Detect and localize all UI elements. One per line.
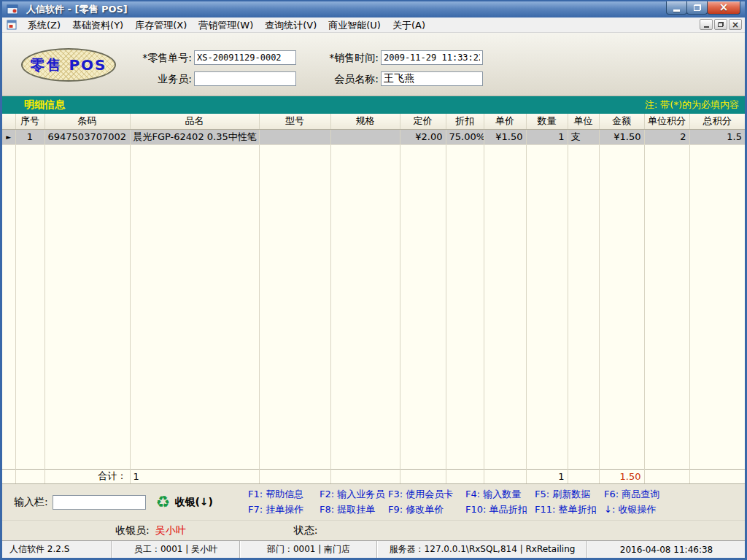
cashier-button[interactable]: 收银(↓) xyxy=(174,496,213,509)
col-unit-price[interactable]: 单价 xyxy=(484,114,526,129)
total-count: 1 xyxy=(130,469,259,483)
statusbar-employee: 员工：0001 | 吴小叶 xyxy=(112,541,240,558)
close-button[interactable]: × xyxy=(707,1,740,15)
fkey-f6[interactable]: F6: 商品查询 xyxy=(604,488,742,501)
menu-inventory[interactable]: 库存管理(X) xyxy=(129,18,193,33)
col-total-points[interactable]: 总积分 xyxy=(689,114,745,129)
col-selector[interactable] xyxy=(2,114,15,129)
col-qty[interactable]: 数量 xyxy=(526,114,568,129)
menu-bar: 系统(Z) 基础资料(Y) 库存管理(X) 营销管理(W) 查询统计(V) 商业… xyxy=(2,18,745,33)
grid-empty-area[interactable] xyxy=(2,144,745,469)
cell-unit[interactable]: 支 xyxy=(568,129,599,144)
app-window: 人信软件 - [零售 POS] × 系统(Z) 基础资料(Y) 库存管理(X) … xyxy=(0,0,747,560)
fkey-f9[interactable]: F9: 修改单价 xyxy=(388,503,465,516)
cell-discount[interactable]: 75.00% xyxy=(446,129,484,144)
menu-about[interactable]: 关于(A) xyxy=(387,18,431,33)
col-unit-points[interactable]: 单位积分 xyxy=(644,114,689,129)
titlebar[interactable]: 人信软件 - [零售 POS] × xyxy=(2,1,745,18)
state-label: 状态: xyxy=(294,524,318,537)
cell-total-points[interactable]: 1.5 xyxy=(689,129,745,144)
cell-qty[interactable]: 1 xyxy=(526,129,568,144)
function-key-hints: F1: 帮助信息 F2: 输入业务员 F3: 使用会员卡 F4: 输入数量 F5… xyxy=(248,486,742,518)
minimize-button[interactable] xyxy=(666,1,687,15)
cell-seq[interactable]: 1 xyxy=(15,129,44,144)
menu-query-stats[interactable]: 查询统计(V) xyxy=(259,18,322,33)
cell-spec[interactable] xyxy=(330,129,400,144)
cell-unit-price[interactable]: ¥1.50 xyxy=(484,129,526,144)
fkey-f4[interactable]: F4: 输入数量 xyxy=(465,488,535,501)
scan-input[interactable] xyxy=(53,495,146,510)
table-row[interactable]: ► 1 6947503707002 晨光FGP-62402 0.35中性笔 ¥2… xyxy=(2,129,745,144)
col-seq[interactable]: 序号 xyxy=(15,114,44,129)
col-amount[interactable]: 金额 xyxy=(599,114,644,129)
mdi-window-controls: × xyxy=(700,19,742,30)
mdi-restore-icon xyxy=(718,22,724,27)
statusbar-server: 服务器：127.0.0.1\RxSQL,814 | RxRetailing xyxy=(377,541,587,558)
col-price[interactable]: 定价 xyxy=(400,114,446,129)
member-name-input[interactable] xyxy=(381,71,483,86)
pos-logo-text: 零售 POS xyxy=(30,55,107,75)
salesman-label: 业务员: xyxy=(97,71,192,86)
cell-amount[interactable]: ¥1.50 xyxy=(599,129,644,144)
window-title: 人信软件 - [零售 POS] xyxy=(26,3,128,16)
mdi-child-icon xyxy=(7,19,18,31)
window-controls: × xyxy=(667,1,740,15)
total-amount: 1.50 xyxy=(599,469,644,483)
mdi-close-icon: × xyxy=(732,20,739,29)
cashier-status-row: 收银员: 吴小叶 状态: xyxy=(2,520,745,540)
fkey-f11[interactable]: F11: 整单折扣 xyxy=(535,503,604,516)
fkey-f8[interactable]: F8: 提取挂单 xyxy=(320,503,388,516)
restore-icon xyxy=(694,4,701,11)
fkey-f3[interactable]: F3: 使用会员卡 xyxy=(388,488,465,501)
fkey-f5[interactable]: F5: 刷新数据 xyxy=(535,488,604,501)
items-grid: 序号 条码 品名 型号 规格 定价 折扣 单价 数量 单位 金额 单位积分 总积… xyxy=(2,114,745,483)
minimize-icon xyxy=(673,9,680,12)
function-bar: 输入栏: ♻ 收银(↓) F1: 帮助信息 F2: 输入业务员 F3: 使用会员… xyxy=(2,483,745,520)
col-barcode[interactable]: 条码 xyxy=(44,114,130,129)
menu-business-intel[interactable]: 商业智能(U) xyxy=(322,18,387,33)
statusbar-version: 人信软件 2.2.S xyxy=(2,541,112,558)
mdi-restore-button[interactable] xyxy=(714,19,727,30)
close-icon: × xyxy=(719,2,729,13)
fkey-f10[interactable]: F10: 单品折扣 xyxy=(465,503,535,516)
app-icon xyxy=(7,4,18,15)
col-discount[interactable]: 折扣 xyxy=(446,114,484,129)
required-fields-note: 注: 带(*)的为必填内容 xyxy=(645,98,739,112)
col-name[interactable]: 品名 xyxy=(130,114,259,129)
mdi-close-button[interactable]: × xyxy=(729,19,742,30)
menu-basic-data[interactable]: 基础资料(Y) xyxy=(66,18,129,33)
menu-system[interactable]: 系统(Z) xyxy=(22,18,66,33)
salesman-input[interactable] xyxy=(194,71,296,86)
member-name-label: 会员名称: xyxy=(301,71,379,86)
row-selector[interactable]: ► xyxy=(2,129,15,144)
fkey-down[interactable]: ↓: 收银操作 xyxy=(604,503,742,516)
header-panel: 零售 POS *零售单号: *销售时间: 业务员: 会员名称: xyxy=(2,33,745,96)
cell-price[interactable]: ¥2.00 xyxy=(400,129,446,144)
total-label: 合计： xyxy=(44,469,130,483)
col-spec[interactable]: 规格 xyxy=(330,114,400,129)
cell-name[interactable]: 晨光FGP-62402 0.35中性笔 xyxy=(130,129,259,144)
fkey-f2[interactable]: F2: 输入业务员 xyxy=(320,488,388,501)
cell-barcode[interactable]: 6947503707002 xyxy=(44,129,130,144)
sale-time-input[interactable] xyxy=(381,50,483,65)
restore-button[interactable] xyxy=(686,1,708,15)
detail-info-bar: 明细信息 注: 带(*)的为必填内容 xyxy=(2,96,745,114)
col-unit[interactable]: 单位 xyxy=(568,114,599,129)
statusbar-department: 部门：0001 | 南门店 xyxy=(240,541,377,558)
mdi-minimize-icon xyxy=(704,26,709,28)
detail-info-title: 明细信息 xyxy=(24,98,65,112)
main-area: 系统(Z) 基础资料(Y) 库存管理(X) 营销管理(W) 查询统计(V) 商业… xyxy=(2,18,745,558)
row-pointer-icon: ► xyxy=(6,133,11,141)
scan-input-label: 输入栏: xyxy=(14,496,48,509)
menu-marketing[interactable]: 营销管理(W) xyxy=(193,18,259,33)
fkey-f1[interactable]: F1: 帮助信息 xyxy=(248,488,320,501)
fkey-f7[interactable]: F7: 挂单操作 xyxy=(248,503,320,516)
status-bar: 人信软件 2.2.S 员工：0001 | 吴小叶 部门：0001 | 南门店 服… xyxy=(2,540,745,558)
cell-unit-points[interactable]: 2 xyxy=(644,129,689,144)
total-qty: 1 xyxy=(526,469,568,483)
col-model[interactable]: 型号 xyxy=(259,114,330,129)
mdi-minimize-button[interactable] xyxy=(700,19,713,30)
order-no-input[interactable] xyxy=(194,50,296,65)
cell-model[interactable] xyxy=(259,129,330,144)
order-no-label: *零售单号: xyxy=(97,50,192,65)
